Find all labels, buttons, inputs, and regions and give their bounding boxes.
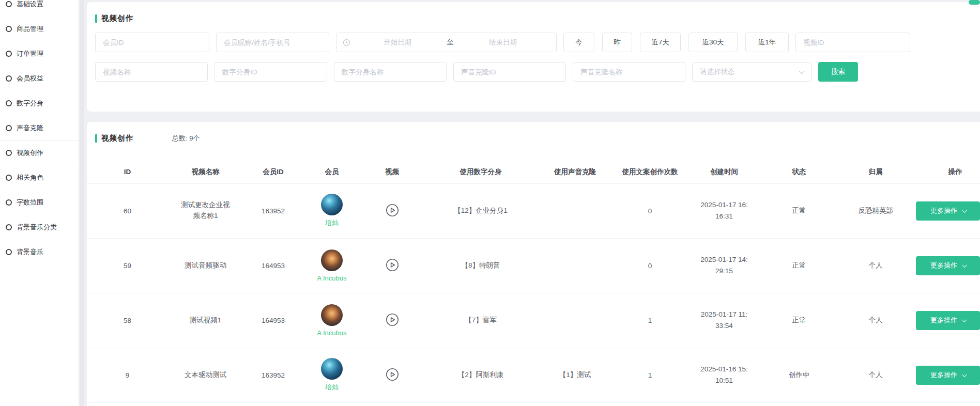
member-name: 培灿 bbox=[325, 218, 339, 228]
cell-video bbox=[360, 238, 424, 293]
video-id-input[interactable] bbox=[795, 33, 910, 52]
sidebar-item[interactable]: 相关角色 bbox=[0, 165, 79, 190]
quick-range-button[interactable]: 近30天 bbox=[688, 33, 738, 52]
table-panel-header: 视频创作 总数: 9个 bbox=[95, 133, 980, 143]
chevron-down-icon bbox=[799, 68, 804, 74]
sidebar-item-label: 订单管理 bbox=[17, 49, 43, 58]
cell-belong: 个人 bbox=[837, 238, 914, 293]
cell-copy-count: 0 bbox=[612, 238, 687, 293]
sidebar-item[interactable]: 数字分身 bbox=[0, 91, 79, 116]
status-select[interactable]: 请选择状态 bbox=[692, 62, 811, 82]
menu-circle-icon bbox=[6, 51, 12, 57]
quick-range-button[interactable]: 今 bbox=[563, 33, 594, 52]
col-member: 会员 bbox=[303, 161, 360, 183]
cell-video-name: 文本驱动测试 bbox=[168, 348, 243, 402]
menu-circle-icon bbox=[6, 224, 12, 230]
member-id-input[interactable] bbox=[95, 33, 209, 52]
col-id: ID bbox=[87, 161, 168, 183]
cell-id: 9 bbox=[87, 348, 168, 402]
menu-circle-icon bbox=[6, 1, 12, 7]
member-name: 培灿 bbox=[325, 383, 339, 392]
more-actions-button[interactable]: 更多操作 bbox=[916, 366, 980, 385]
sidebar-item[interactable]: 背景音乐 bbox=[0, 240, 79, 264]
table-header-row: ID 视频名称 会员ID 会员 视频 使用数字分身 使用声音克隆 使用文案创作次… bbox=[87, 161, 980, 183]
sidebar-item-label: 会员权益 bbox=[17, 74, 43, 83]
filter-panel-title: 视频创作 bbox=[101, 13, 133, 23]
created-at-text: 2025-01-17 14:29:15 bbox=[699, 254, 749, 276]
member-avatar bbox=[321, 194, 343, 215]
top-right-button-fragment[interactable] bbox=[969, 0, 980, 5]
play-video-icon[interactable] bbox=[386, 204, 399, 217]
cell-digital-avatar: 【8】特朗普 bbox=[424, 238, 538, 293]
quick-range-button[interactable]: 近1年 bbox=[745, 33, 789, 52]
sidebar-scroll-strip[interactable] bbox=[80, 0, 84, 406]
sidebar-item[interactable]: 声音克隆 bbox=[0, 116, 79, 140]
sidebar-item[interactable]: 字数范围 bbox=[0, 190, 79, 215]
more-actions-button[interactable]: 更多操作 bbox=[916, 201, 980, 221]
digital-avatar-id-input[interactable] bbox=[215, 62, 327, 82]
play-video-icon[interactable] bbox=[386, 313, 399, 326]
menu-circle-icon bbox=[6, 100, 12, 106]
digital-avatar-text: 【7】雷军 bbox=[452, 315, 510, 326]
quick-range-button[interactable]: 近7天 bbox=[640, 33, 681, 52]
filter-panel-header: 视频创作 bbox=[95, 13, 980, 23]
cell-voice-clone bbox=[538, 238, 612, 293]
clock-icon bbox=[343, 39, 350, 46]
start-date-placeholder[interactable]: 开始日期 bbox=[350, 38, 445, 47]
cell-status: 创作中 bbox=[761, 348, 837, 402]
filter-row-1: 开始日期 至 结束日期 今 昨 近7天 近30天 近1年 bbox=[95, 33, 980, 52]
cell-voice-clone: 【1】测试 bbox=[538, 348, 612, 402]
sidebar-item[interactable]: 会员权益 bbox=[0, 66, 79, 91]
col-digital-avatar: 使用数字分身 bbox=[424, 161, 538, 183]
sidebar-item[interactable]: 订单管理 bbox=[0, 41, 79, 66]
member-name: A Incubus bbox=[317, 329, 346, 337]
voice-clone-id-input[interactable] bbox=[453, 62, 566, 82]
cell-id: 59 bbox=[87, 238, 168, 293]
sidebar-item[interactable]: 商品管理 bbox=[0, 17, 79, 41]
menu-circle-icon bbox=[6, 125, 12, 131]
play-video-icon[interactable] bbox=[386, 368, 399, 381]
table-row: 60 测试更改企业视频名称1 163952 培灿 【12】企业分身1 bbox=[87, 183, 980, 238]
status-select-placeholder: 请选择状态 bbox=[700, 67, 735, 76]
created-at-text: 2025-01-17 16:16:31 bbox=[699, 199, 749, 222]
video-creation-table: ID 视频名称 会员ID 会员 视频 使用数字分身 使用声音克隆 使用文案创作次… bbox=[87, 161, 980, 403]
voice-clone-name-input[interactable] bbox=[573, 62, 685, 82]
video-name-input[interactable] bbox=[95, 62, 208, 82]
menu-circle-icon bbox=[6, 175, 12, 181]
cell-digital-avatar: 【12】企业分身1 bbox=[424, 183, 538, 238]
quick-range-button[interactable]: 昨 bbox=[602, 33, 632, 52]
sidebar-item[interactable]: 视频创作 bbox=[0, 140, 79, 165]
menu-circle-icon bbox=[6, 199, 12, 206]
more-actions-button[interactable]: 更多操作 bbox=[916, 256, 980, 275]
more-actions-button[interactable]: 更多操作 bbox=[916, 311, 980, 330]
col-video-name: 视频名称 bbox=[168, 161, 243, 183]
search-button[interactable]: 搜索 bbox=[818, 62, 858, 82]
member-avatar bbox=[321, 304, 343, 326]
cell-video-name: 测试更改企业视频名称1 bbox=[168, 183, 243, 238]
play-video-icon[interactable] bbox=[386, 258, 399, 272]
date-range-picker[interactable]: 开始日期 至 结束日期 bbox=[336, 33, 557, 52]
cell-created-at: 2025-01-16 15:10:51 bbox=[687, 348, 761, 402]
more-actions-label: 更多操作 bbox=[930, 206, 957, 215]
cell-member-id: 163952 bbox=[243, 183, 303, 238]
cell-actions: 更多操作 .. bbox=[914, 293, 980, 348]
col-video: 视频 bbox=[360, 161, 424, 183]
total-count-label: 总数: 9个 bbox=[172, 134, 200, 143]
cell-digital-avatar: 【7】雷军 bbox=[424, 293, 538, 348]
end-date-placeholder[interactable]: 结束日期 bbox=[456, 38, 550, 47]
col-actions: 操作 bbox=[914, 161, 980, 183]
filter-row-2: 请选择状态 搜索 bbox=[95, 62, 980, 82]
cell-id: 58 bbox=[87, 293, 168, 348]
sidebar-item[interactable]: 背景音乐分类 bbox=[0, 215, 79, 240]
col-belong: 归属 bbox=[837, 161, 914, 183]
digital-avatar-name-input[interactable] bbox=[334, 62, 447, 82]
cell-member-id: 164953 bbox=[243, 238, 303, 293]
sidebar-item[interactable]: 基础设置 bbox=[0, 0, 79, 17]
sidebar-item-label: 视频创作 bbox=[17, 148, 43, 158]
date-separator: 至 bbox=[445, 38, 456, 47]
chevron-down-icon bbox=[962, 208, 967, 213]
member-avatar bbox=[321, 249, 343, 271]
cell-actions: 更多操作 .. bbox=[914, 183, 980, 238]
sidebar-item-label: 背景音乐 bbox=[17, 247, 43, 257]
member-nickname-input[interactable] bbox=[216, 33, 329, 52]
